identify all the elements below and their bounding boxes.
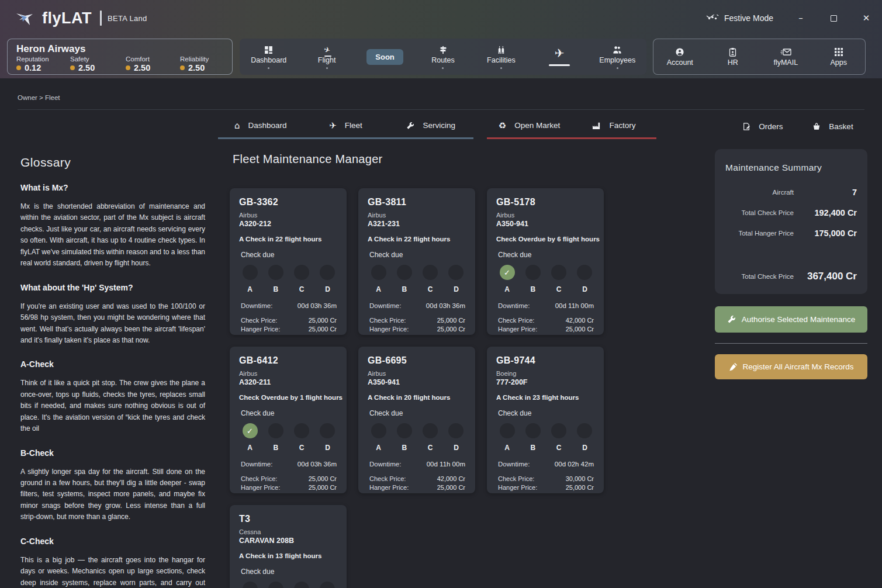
check-label: D: [325, 444, 330, 452]
app-header: flyLAT BETA Land Festive Mode –: [0, 0, 882, 78]
check-circle: [577, 265, 592, 280]
breadcrumb[interactable]: Owner > Fleet: [18, 94, 60, 101]
downtime-row: Downtime: 00d 11h 00m: [368, 461, 467, 468]
nav-label: Dashboard: [251, 56, 286, 64]
check-toggle-b[interactable]: B: [268, 582, 283, 588]
app-title: flyLAT: [42, 9, 92, 27]
check-toggle-c[interactable]: C: [423, 265, 438, 293]
check-toggle-c[interactable]: C: [294, 265, 310, 293]
check-selector-row: A B C D: [239, 582, 338, 588]
nav-item-apps[interactable]: Apps: [812, 39, 866, 74]
maximize-button[interactable]: [828, 13, 839, 23]
check-toggle-b[interactable]: B: [525, 265, 541, 293]
nav-item-fleet-active[interactable]: ✈: [530, 39, 588, 75]
tab-orders[interactable]: Orders: [728, 113, 798, 139]
tab-servicing[interactable]: Servicing: [388, 113, 473, 137]
festive-mode-toggle[interactable]: Festive Mode: [706, 13, 773, 23]
tab-open-market[interactable]: ♻ Open Market: [487, 113, 572, 137]
id-badge-icon: [729, 47, 736, 57]
check-toggle-b[interactable]: B: [396, 265, 412, 293]
nav-item-facilities[interactable]: Facilities: [472, 39, 530, 75]
nav-item-flight[interactable]: ✈ Flight: [298, 39, 355, 75]
check-toggle-c[interactable]: C: [294, 423, 310, 452]
close-button[interactable]: ✕: [861, 13, 871, 23]
check-toggle-b[interactable]: B: [396, 423, 412, 452]
check-circle: [397, 265, 412, 280]
downtime-row: Downtime: 00d 03h 36m: [368, 302, 467, 309]
check-toggle-d[interactable]: D: [448, 265, 464, 293]
aircraft-model: A320-212: [239, 220, 338, 228]
tab-dashboard[interactable]: ⌂ Dashboard: [218, 113, 303, 137]
nav-item-soon[interactable]: Soon: [356, 39, 414, 75]
aircraft-registration: GB-5178: [496, 197, 596, 207]
hanger-price-row: Hanger Price: 25,000 Cr: [368, 484, 467, 491]
nav-item-employees[interactable]: Employees: [589, 39, 646, 75]
nav-item-dashboard[interactable]: Dashboard: [240, 39, 298, 75]
aircraft-manufacturer: Airbus: [368, 370, 467, 377]
check-toggle-a[interactable]: ✓ A: [499, 265, 515, 293]
check-toggle-a[interactable]: A: [371, 265, 386, 293]
check-label: D: [582, 285, 587, 293]
nav-item-account[interactable]: Account: [653, 39, 707, 74]
check-toggle-b[interactable]: B: [525, 423, 541, 452]
register-mx-records-button[interactable]: Register All Aircraft Mx Records: [715, 354, 867, 379]
check-toggle-c[interactable]: C: [551, 265, 567, 293]
airline-summary-panel[interactable]: Heron Airways Reputation 0.12 Safety: [7, 39, 233, 75]
check-toggle-a[interactable]: ✓ A: [242, 423, 258, 452]
fleet-tab-group: ⌂ Dashboard ✈ Fleet Servicing: [218, 113, 473, 139]
stat-label: Reliability: [180, 56, 223, 63]
check-toggle-a[interactable]: A: [242, 582, 258, 588]
check-toggle-c[interactable]: C: [294, 582, 310, 588]
check-circle: [525, 423, 541, 438]
check-toggle-d[interactable]: D: [448, 423, 464, 452]
check-toggle-d[interactable]: D: [320, 582, 335, 588]
basket-icon: [812, 122, 821, 130]
nav-label: Account: [667, 58, 693, 67]
check-toggle-d[interactable]: D: [577, 265, 593, 293]
nav-label: Routes: [431, 56, 455, 64]
check-circle: [268, 265, 283, 280]
airline-stat: Comfort 2.50: [126, 56, 180, 72]
stat-value: 0.12: [25, 63, 41, 72]
nav-label: Flight: [318, 56, 336, 64]
glossary-section: B-Check A slightly longer spa day for th…: [20, 448, 205, 523]
nav-item-flymail[interactable]: flyMAIL: [759, 39, 812, 74]
check-toggle-b[interactable]: B: [268, 423, 283, 452]
stat-dot-icon: [70, 65, 75, 70]
check-toggle-a[interactable]: A: [242, 265, 258, 293]
check-circle: [268, 423, 283, 438]
check-toggle-d[interactable]: D: [577, 423, 593, 452]
check-toggle-c[interactable]: C: [551, 423, 567, 452]
downtime-value: 00d 11h 00m: [555, 302, 594, 309]
mail-envelope-icon: [780, 47, 791, 57]
check-label: A: [504, 444, 510, 452]
authorise-maintenance-button[interactable]: Authorise Selected Maintenance: [715, 306, 867, 333]
check-toggle-b[interactable]: B: [268, 265, 283, 293]
nav-item-hr[interactable]: HR: [707, 39, 760, 74]
check-due-label: Check due: [241, 409, 338, 417]
summary-total-row: Total Check Price 367,400 Cr: [725, 271, 857, 282]
aircraft-card: GB-6412 Airbus A320-211 Check Overdue by…: [230, 347, 347, 493]
check-toggle-c[interactable]: C: [423, 423, 438, 452]
aircraft-card: T3 Cessna CARAVAN 208B A Check in 13 fli…: [230, 505, 347, 588]
check-label: A: [504, 285, 510, 293]
tab-basket[interactable]: Basket: [798, 113, 868, 139]
nav-label: Apps: [831, 58, 848, 67]
dashboard-grid-icon: [264, 45, 273, 55]
minimize-button[interactable]: –: [795, 13, 806, 23]
check-toggle-d[interactable]: D: [320, 423, 335, 452]
tab-factory[interactable]: Factory: [572, 113, 656, 137]
check-circle: [423, 265, 438, 280]
aircraft-registration: GB-9744: [496, 355, 596, 366]
check-price-row: Check Price: 42,000 Cr: [368, 475, 467, 482]
nav-dot: [268, 67, 269, 69]
check-circle: [551, 265, 566, 280]
check-toggle-a[interactable]: A: [499, 423, 515, 452]
check-label: D: [325, 285, 330, 293]
maximize-icon: [831, 15, 837, 22]
check-toggle-a[interactable]: A: [371, 423, 386, 452]
check-price-value: 42,000 Cr: [566, 317, 594, 324]
nav-item-routes[interactable]: Routes: [414, 39, 472, 75]
tab-fleet[interactable]: ✈ Fleet: [303, 113, 389, 137]
check-toggle-d[interactable]: D: [320, 265, 335, 293]
